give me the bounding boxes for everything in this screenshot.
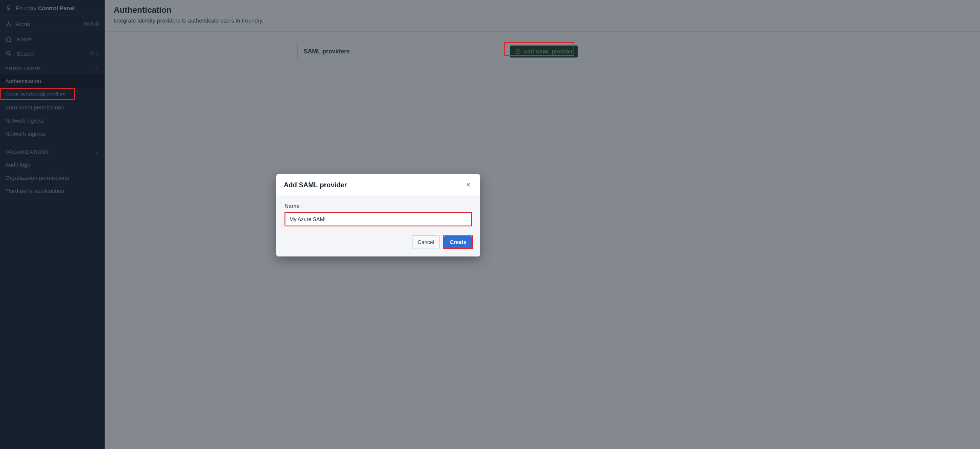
saml-providers-title: SAML providers bbox=[304, 48, 350, 55]
close-icon bbox=[465, 182, 471, 189]
sidebar-item-label: Authentication bbox=[5, 78, 41, 84]
section-header-organizations-label: ORGANIZATIONS bbox=[5, 149, 49, 155]
sidebar-item-network-ingress[interactable]: Network ingress bbox=[0, 127, 104, 140]
name-field-label: Name bbox=[285, 203, 472, 209]
foundry-logo-icon bbox=[5, 5, 12, 11]
modal-header: Add SAML provider bbox=[276, 174, 480, 196]
org-name: Acme bbox=[16, 21, 30, 27]
brand-text: Foundry Control Panel bbox=[16, 5, 75, 11]
sidebar-item-code-workbook-profiles[interactable]: Code Workbook profiles bbox=[0, 87, 104, 101]
create-button[interactable]: Create bbox=[444, 236, 472, 248]
sidebar-item-network-egress[interactable]: Network egress bbox=[0, 114, 104, 127]
home-icon bbox=[5, 36, 12, 43]
sidebar-item-label: Network ingress bbox=[5, 130, 46, 137]
section-header-enrollment-label: ENROLLMENT bbox=[5, 66, 41, 71]
name-input[interactable] bbox=[285, 213, 471, 225]
svg-point-1 bbox=[8, 21, 10, 22]
chevron-down-icon bbox=[94, 150, 99, 155]
sidebar-item-enrollment-permissions[interactable]: Enrollment permissions bbox=[0, 101, 104, 114]
sidebar-item-search[interactable]: Search ⌘ J bbox=[0, 46, 104, 60]
modal-footer: Cancel Create bbox=[276, 230, 480, 257]
page-subtitle: Integrate identity providers to authenti… bbox=[114, 17, 971, 24]
main: Authentication Integrate identity provid… bbox=[105, 0, 980, 449]
search-shortcut: ⌘ J bbox=[89, 51, 99, 56]
highlight-create-button: Create bbox=[443, 235, 473, 249]
sidebar-item-label: Code Workbook profiles bbox=[5, 91, 65, 97]
modal-title: Add SAML provider bbox=[284, 181, 347, 189]
page-title: Authentication bbox=[114, 5, 971, 15]
cancel-button[interactable]: Cancel bbox=[412, 235, 440, 249]
page-header: Authentication Integrate identity provid… bbox=[105, 0, 980, 32]
org-row[interactable]: Acme Switch bbox=[0, 16, 104, 32]
sidebar-item-third-party-applications[interactable]: Third-party applications bbox=[0, 184, 104, 197]
section-header-enrollment[interactable]: ENROLLMENT bbox=[0, 60, 104, 75]
chevron-down-icon bbox=[94, 67, 99, 71]
svg-point-3 bbox=[10, 25, 11, 26]
add-saml-provider-button[interactable]: Add SAML provider bbox=[510, 46, 578, 57]
sidebar: Foundry Control Panel Acme Switch bbox=[0, 0, 105, 449]
sidebar-item-label: Organization permissions bbox=[5, 175, 69, 181]
org-switch-link[interactable]: Switch bbox=[84, 21, 99, 27]
search-label: Search bbox=[17, 51, 35, 57]
sidebar-item-authentication[interactable]: Authentication bbox=[0, 75, 104, 87]
svg-point-0 bbox=[7, 6, 10, 9]
sidebar-item-label: Enrollment permissions bbox=[5, 104, 64, 111]
svg-point-4 bbox=[6, 51, 10, 54]
app-root: Foundry Control Panel Acme Switch bbox=[0, 0, 980, 449]
modal-body: Name bbox=[276, 196, 480, 230]
sidebar-item-label: Third-party applications bbox=[5, 188, 64, 194]
create-button-label: Create bbox=[450, 239, 466, 245]
add-saml-provider-modal: Add SAML provider Name Cancel Create bbox=[276, 174, 480, 257]
saml-providers-card: SAML providers Add SAML provider bbox=[298, 41, 584, 62]
sidebar-item-organization-permissions[interactable]: Organization permissions bbox=[0, 171, 104, 184]
modal-close-button[interactable] bbox=[464, 180, 473, 190]
sidebar-item-label: Network egress bbox=[5, 117, 45, 124]
org-graph-icon bbox=[5, 20, 12, 27]
brand-prefix: Foundry bbox=[16, 5, 38, 11]
cancel-button-label: Cancel bbox=[418, 239, 434, 245]
page-body: SAML providers Add SAML provider bbox=[105, 32, 980, 449]
svg-point-2 bbox=[6, 25, 7, 26]
brand-row[interactable]: Foundry Control Panel bbox=[0, 0, 104, 16]
sidebar-item-home[interactable]: Home bbox=[0, 32, 104, 46]
highlight-name-input bbox=[285, 212, 472, 226]
home-label: Home bbox=[17, 36, 32, 43]
sidebar-item-label: Audit logs bbox=[5, 161, 30, 168]
section-header-organizations[interactable]: ORGANIZATIONS bbox=[0, 140, 104, 158]
sidebar-item-audit-logs[interactable]: Audit logs bbox=[0, 158, 104, 171]
brand-bold: Control Panel bbox=[38, 5, 75, 11]
add-saml-provider-label: Add SAML provider bbox=[524, 49, 573, 54]
search-icon bbox=[5, 50, 12, 57]
plus-circle-icon bbox=[515, 49, 521, 54]
